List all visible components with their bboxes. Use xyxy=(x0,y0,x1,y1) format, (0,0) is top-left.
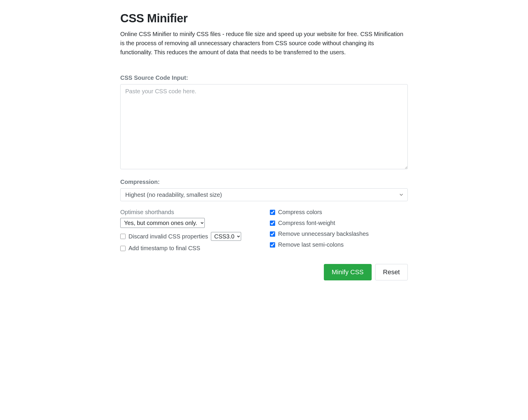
reset-button[interactable]: Reset xyxy=(375,264,408,280)
compress-font-weight-checkbox[interactable] xyxy=(270,221,275,226)
shorthands-select[interactable]: Yes, but common ones only. xyxy=(120,218,205,228)
shorthands-label: Optimise shorthands xyxy=(120,209,258,216)
add-timestamp-checkbox[interactable] xyxy=(120,246,126,251)
compress-colors-label[interactable]: Compress colors xyxy=(278,209,322,216)
page-description: Online CSS Minifier to minify CSS files … xyxy=(120,30,408,57)
compress-font-weight-label[interactable]: Compress font-weight xyxy=(278,220,335,226)
discard-invalid-label[interactable]: Discard invalid CSS properties xyxy=(128,233,208,240)
css-version-select[interactable]: CSS3.0 xyxy=(211,232,241,241)
discard-invalid-checkbox[interactable] xyxy=(120,234,126,239)
compress-colors-checkbox[interactable] xyxy=(270,210,275,215)
css-source-input[interactable] xyxy=(120,84,408,169)
compression-select[interactable]: Highest (no readability, smallest size) xyxy=(120,188,408,201)
css-input-label: CSS Source Code Input: xyxy=(120,74,408,81)
remove-semicolons-label[interactable]: Remove last semi-colons xyxy=(278,241,343,248)
minify-button[interactable]: Minify CSS xyxy=(324,264,372,280)
add-timestamp-label[interactable]: Add timestamp to final CSS xyxy=(128,245,200,252)
remove-backslashes-checkbox[interactable] xyxy=(270,231,275,237)
page-title: CSS Minifier xyxy=(120,12,408,25)
remove-backslashes-label[interactable]: Remove unnecessary backslashes xyxy=(278,231,369,237)
remove-semicolons-checkbox[interactable] xyxy=(270,242,275,248)
compression-label: Compression: xyxy=(120,179,408,185)
